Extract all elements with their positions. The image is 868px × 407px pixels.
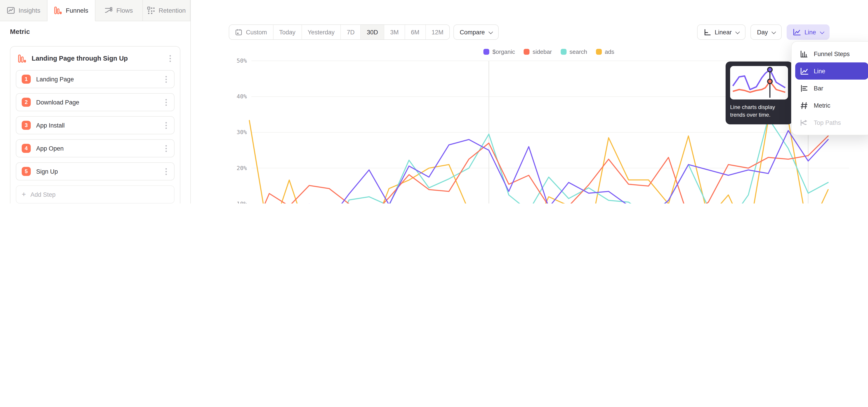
y-axis-label: 40% [237, 93, 247, 100]
funnel-metric-header[interactable]: Landing Page through Sign Up [10, 46, 180, 70]
funnels-icon [54, 6, 62, 14]
menu-item-label: Bar [814, 85, 823, 92]
menu-item-line[interactable]: Line [795, 62, 868, 80]
y-axis-label: 10% [237, 200, 247, 204]
funnel-step-4[interactable]: 4App Open [16, 139, 175, 157]
legend-swatch [561, 49, 566, 55]
tab-label: Funnels [66, 7, 88, 14]
bar-icon [800, 84, 808, 92]
step-number-badge: 5 [22, 167, 31, 176]
tab-label: Flows [116, 7, 133, 14]
step-number-badge: 4 [22, 144, 31, 153]
tab-label: Retention [159, 7, 186, 14]
step-kebab[interactable] [164, 97, 168, 107]
legend-label: $organic [492, 49, 515, 55]
funnel-menu-kebab[interactable] [168, 53, 173, 64]
top-paths-icon [800, 118, 808, 127]
metric-icon [800, 101, 808, 109]
funnel-metric-icon [18, 54, 26, 63]
legend-label: search [569, 49, 587, 55]
step-kebab[interactable] [164, 74, 168, 84]
step-kebab[interactable] [164, 143, 168, 154]
retention-icon [147, 6, 155, 14]
legend-item-ads[interactable]: ads [596, 49, 614, 55]
metric-heading: Metric [10, 28, 180, 35]
funnel-steps-icon [800, 50, 808, 58]
chart-type-tooltip: Line charts display trends over time. [725, 62, 793, 124]
line-preview-illustration [730, 66, 788, 99]
step-kebab[interactable] [164, 120, 168, 130]
legend-swatch [483, 49, 489, 55]
funnels-app: Insights Funnels Flows Retention Metric … [0, 0, 868, 204]
tab-funnels[interactable]: Funnels [48, 0, 95, 21]
menu-item-metric[interactable]: Metric [795, 97, 868, 114]
funnel-step-3[interactable]: 3App Install [16, 116, 175, 134]
menu-item-label: Line [814, 68, 825, 74]
menu-item-funnel-steps[interactable]: Funnel Steps [795, 45, 868, 62]
report-main: CustomTodayYesterday7D30D3M6M12M Compare… [191, 0, 868, 204]
y-axis-label: 20% [237, 165, 247, 171]
funnel-steps-list: 1Landing Page2Download Page3App Install4… [10, 70, 180, 181]
step-kebab[interactable] [164, 166, 168, 177]
y-axis-label: 30% [237, 129, 247, 135]
legend-item-search[interactable]: search [561, 49, 587, 55]
legend-swatch [596, 49, 602, 55]
funnel-step-5[interactable]: 5Sign Up [16, 162, 175, 181]
step-label: App Open [36, 145, 158, 152]
tab-retention[interactable]: Retention [143, 0, 191, 21]
menu-item-label: Top Paths [814, 119, 841, 126]
report-tabbar: Insights Funnels Flows Retention [0, 0, 190, 21]
menu-item-label: Metric [814, 102, 831, 109]
step-number-badge: 2 [22, 98, 31, 107]
insights-icon [7, 6, 15, 14]
menu-item-label: Funnel Steps [814, 51, 850, 57]
tab-insights[interactable]: Insights [0, 0, 48, 21]
chart-legend: $organicsidebarsearchads [483, 49, 614, 55]
funnel-title: Landing Page through Sign Up [32, 55, 162, 62]
legend-label: ads [605, 49, 614, 55]
menu-item-top-paths: Top Paths [795, 114, 868, 131]
add-step-button[interactable]: + Add Step [16, 185, 175, 204]
legend-item-sidebar[interactable]: sidebar [524, 49, 552, 55]
add-step-label: Add Step [31, 191, 56, 198]
left-panel: Insights Funnels Flows Retention Metric … [0, 0, 191, 204]
step-label: App Install [36, 122, 158, 129]
step-label: Download Page [36, 99, 158, 105]
step-number-badge: 3 [22, 121, 31, 130]
legend-item-organic[interactable]: $organic [483, 49, 515, 55]
step-label: Landing Page [36, 76, 158, 83]
query-builder-sidebar: Metric Landing Page through Sign Up 1Lan… [0, 21, 190, 204]
tab-flows[interactable]: Flows [95, 0, 143, 21]
chart-type-menu: Funnel StepsLineBarMetricTop Paths [791, 41, 868, 135]
tab-label: Insights [19, 7, 40, 14]
flows-icon [105, 6, 113, 14]
line-icon [800, 67, 808, 75]
step-number-badge: 1 [22, 74, 31, 84]
metric-card: Landing Page through Sign Up 1Landing Pa… [10, 46, 180, 204]
funnel-step-2[interactable]: 2Download Page [16, 93, 175, 111]
tooltip-text: Line charts display trends over time. [730, 103, 788, 119]
y-axis-label: 50% [237, 57, 247, 64]
step-label: Sign Up [36, 168, 158, 175]
legend-label: sidebar [532, 49, 552, 55]
legend-swatch [524, 49, 529, 55]
menu-item-bar[interactable]: Bar [795, 80, 868, 97]
funnel-step-1[interactable]: 1Landing Page [16, 70, 175, 88]
plus-icon: + [22, 190, 26, 198]
